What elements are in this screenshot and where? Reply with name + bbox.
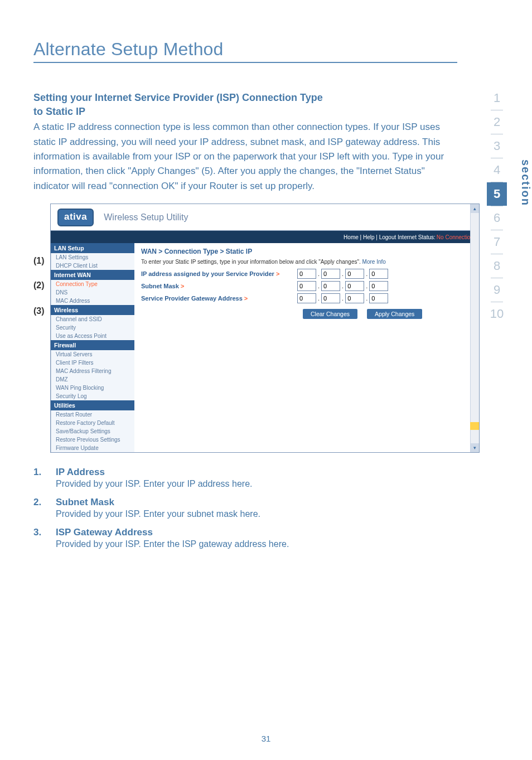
gateway-label: Service Provider Gateway Address xyxy=(141,295,243,302)
more-info-link[interactable]: More Info xyxy=(362,259,386,265)
section-side-label: section xyxy=(519,159,532,206)
scrollbar[interactable]: ▴ ▾ xyxy=(470,204,479,452)
arrow-icon: > xyxy=(276,270,279,277)
mask-octet-1[interactable] xyxy=(297,281,316,291)
sidebar-item-dhcp-list[interactable]: DHCP Client List xyxy=(51,262,134,270)
list-text-gateway: Provided by your ISP. Enter the ISP gate… xyxy=(56,539,289,549)
gw-octet-4[interactable] xyxy=(369,293,388,303)
sidebar-item-dns[interactable]: DNS xyxy=(51,288,134,297)
sidebar-item-wan-ping[interactable]: WAN Ping Blocking xyxy=(51,384,134,392)
ip-octet-4[interactable] xyxy=(369,269,388,279)
numbered-list: 1. IP Address Provided by your ISP. Ente… xyxy=(33,467,446,549)
row-subnet-mask: Subnet Mask > . . . xyxy=(141,281,472,291)
sidebar-item-mac-filtering[interactable]: MAC Address Filtering xyxy=(51,367,134,375)
brand-logo: ativa xyxy=(57,209,94,226)
sidebar-item-save-backup[interactable]: Save/Backup Settings xyxy=(51,427,134,435)
scroll-highlight xyxy=(470,422,479,430)
scroll-down-icon[interactable]: ▾ xyxy=(471,443,479,452)
ip-address-label: IP address assigned by your Service Prov… xyxy=(141,270,274,277)
page-title: Alternate Setup Method xyxy=(33,39,446,60)
section-tab-3[interactable]: 3 xyxy=(487,134,507,158)
section-nav: 1 2 3 4 5 6 7 8 9 10 xyxy=(487,86,507,326)
sidebar-item-security[interactable]: Security xyxy=(51,323,134,332)
list-number-2: 2. xyxy=(33,497,56,519)
sidebar-item-restart-router[interactable]: Restart Router xyxy=(51,410,134,419)
sidebar-header-lan-setup[interactable]: LAN Setup xyxy=(51,243,134,253)
intro-paragraph: A static IP address connection type is l… xyxy=(33,120,446,193)
sidebar-item-dmz[interactable]: DMZ xyxy=(51,375,134,384)
sidebar-header-wireless[interactable]: Wireless xyxy=(51,305,134,315)
list-heading-ip-address: IP Address xyxy=(56,467,253,478)
mask-octet-2[interactable] xyxy=(321,281,340,291)
mask-octet-3[interactable] xyxy=(345,281,364,291)
sidebar-item-lan-settings[interactable]: LAN Settings xyxy=(51,253,134,262)
hint-body: To enter your Static IP settings, type i… xyxy=(141,259,361,265)
sidebar-header-utilities[interactable]: Utilities xyxy=(51,400,134,410)
breadcrumb: WAN > Connection Type > Static IP xyxy=(141,248,472,255)
list-heading-subnet-mask: Subnet Mask xyxy=(56,497,260,508)
sidebar-header-internet-wan[interactable]: Internet WAN xyxy=(51,270,134,280)
scroll-up-icon[interactable]: ▴ xyxy=(471,204,479,213)
gw-octet-3[interactable] xyxy=(345,293,364,303)
arrow-icon: > xyxy=(181,283,184,289)
callout-3: (3) xyxy=(33,306,45,316)
sidebar-item-firmware[interactable]: Firmware Update xyxy=(51,444,134,452)
section-tab-9[interactable]: 9 xyxy=(487,278,507,302)
list-number-1: 1. xyxy=(33,467,56,489)
ip-octet-1[interactable] xyxy=(297,269,316,279)
ip-octet-2[interactable] xyxy=(321,269,340,279)
arrow-icon: > xyxy=(244,295,248,302)
title-rule xyxy=(33,62,457,63)
list-text-subnet-mask: Provided by your ISP. Enter your subnet … xyxy=(56,509,260,519)
section-tab-7[interactable]: 7 xyxy=(487,230,507,254)
status-bar: Home | Help | Logout Internet Status: No… xyxy=(51,231,479,243)
section-tab-6[interactable]: 6 xyxy=(487,206,507,230)
sidebar-item-channel-ssid[interactable]: Channel and SSID xyxy=(51,315,134,323)
row-ip-address: IP address assigned by your Service Prov… xyxy=(141,269,472,279)
section-heading-line2: to Static IP xyxy=(33,105,446,119)
hint-text: To enter your Static IP settings, type i… xyxy=(141,259,472,265)
section-tab-4[interactable]: 4 xyxy=(487,158,507,182)
ip-octet-3[interactable] xyxy=(345,269,364,279)
sidebar-item-mac-address[interactable]: MAC Address xyxy=(51,297,134,305)
page-number: 31 xyxy=(0,734,532,743)
clear-changes-button[interactable]: Clear Changes xyxy=(303,309,357,319)
sidebar-item-restore-factory[interactable]: Restore Factory Default xyxy=(51,419,134,427)
sidebar-item-virtual-servers[interactable]: Virtual Servers xyxy=(51,350,134,359)
section-tab-5[interactable]: 5 xyxy=(487,182,507,206)
sidebar-item-client-ip-filters[interactable]: Client IP Filters xyxy=(51,359,134,367)
sidebar-item-security-log[interactable]: Security Log xyxy=(51,392,134,400)
sidebar-header-firewall[interactable]: Firewall xyxy=(51,340,134,350)
list-text-ip-address: Provided by your ISP. Enter your IP addr… xyxy=(56,479,253,489)
section-tab-8[interactable]: 8 xyxy=(487,254,507,278)
router-sidebar: LAN Setup LAN Settings DHCP Client List … xyxy=(51,243,134,452)
callout-2: (2) xyxy=(33,280,45,291)
gw-octet-2[interactable] xyxy=(321,293,340,303)
sidebar-item-restore-prev[interactable]: Restore Previous Settings xyxy=(51,435,134,444)
section-heading-line1: Setting your Internet Service Provider (… xyxy=(33,91,446,105)
brand-title: Wireless Setup Utility xyxy=(104,212,188,222)
callout-1: (1) xyxy=(33,256,45,266)
status-links[interactable]: Home | Help | Logout Internet Status: xyxy=(344,234,436,240)
mask-octet-4[interactable] xyxy=(369,281,388,291)
list-heading-gateway: ISP Gateway Address xyxy=(56,527,289,538)
row-gateway-address: Service Provider Gateway Address > . . . xyxy=(141,293,472,303)
section-tab-10[interactable]: 10 xyxy=(487,302,507,326)
gw-octet-1[interactable] xyxy=(297,293,316,303)
internet-status-value: No Connection xyxy=(437,234,473,240)
list-number-3: 3. xyxy=(33,527,56,549)
router-main-panel: WAN > Connection Type > Static IP To ent… xyxy=(134,243,479,452)
section-tab-2[interactable]: 2 xyxy=(487,110,507,134)
apply-changes-button[interactable]: Apply Changes xyxy=(367,309,422,319)
router-ui-screenshot: ▴ ▾ ativa Wireless Setup Utility Home | … xyxy=(50,204,480,453)
sidebar-item-connection-type[interactable]: Connection Type xyxy=(51,280,134,288)
sidebar-item-access-point[interactable]: Use as Access Point xyxy=(51,332,134,340)
subnet-mask-label: Subnet Mask xyxy=(141,283,179,289)
section-tab-1[interactable]: 1 xyxy=(487,86,507,110)
